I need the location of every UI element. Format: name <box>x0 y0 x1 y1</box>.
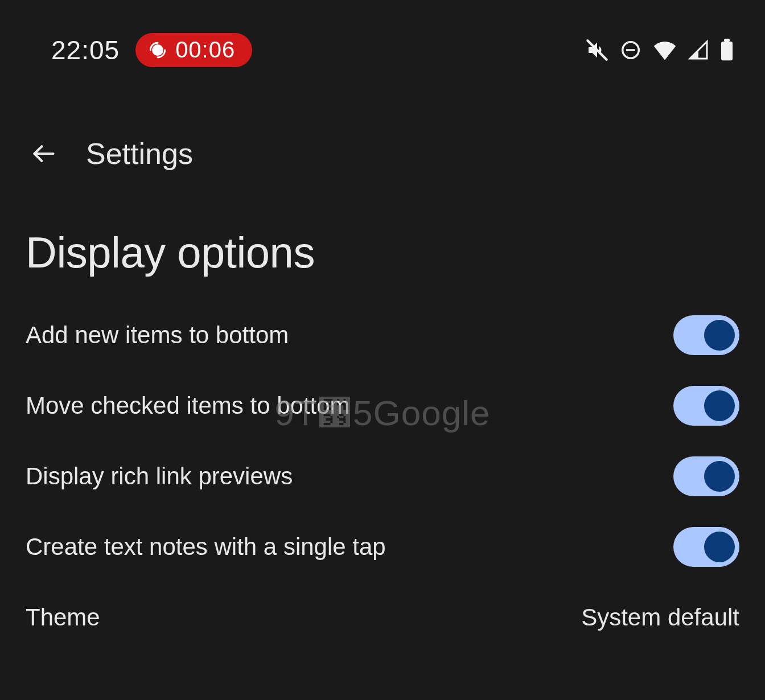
app-bar: Settings <box>0 68 765 171</box>
recording-pill[interactable]: 00:06 <box>135 33 252 67</box>
svg-rect-3 <box>724 39 730 42</box>
setting-move-checked-items-bottom[interactable]: Move checked items to bottom <box>26 370 739 441</box>
setting-create-text-notes-single-tap[interactable]: Create text notes with a single tap <box>26 512 739 582</box>
settings-list: Add new items to bottom Move checked ite… <box>0 277 765 653</box>
svg-rect-4 <box>721 42 733 60</box>
battery-icon <box>720 39 734 61</box>
signal-icon <box>688 40 709 60</box>
recording-time: 00:06 <box>175 37 235 63</box>
wifi-icon <box>653 40 677 60</box>
setting-theme[interactable]: Theme System default <box>26 582 739 653</box>
status-bar: 22:05 00:06 <box>0 0 765 68</box>
record-icon <box>148 40 167 60</box>
arrow-left-icon <box>31 140 56 167</box>
toggle-switch[interactable] <box>673 527 739 567</box>
status-left: 22:05 00:06 <box>51 33 252 67</box>
back-button[interactable] <box>31 141 56 166</box>
status-right <box>586 39 734 61</box>
toggle-switch[interactable] <box>673 315 739 355</box>
clock: 22:05 <box>51 35 120 65</box>
setting-value: System default <box>581 604 739 631</box>
setting-display-rich-link-previews[interactable]: Display rich link previews <box>26 441 739 512</box>
setting-label: Move checked items to bottom <box>26 392 350 419</box>
setting-label: Theme <box>26 604 100 631</box>
section-title: Display options <box>0 171 765 277</box>
setting-label: Add new items to bottom <box>26 322 289 349</box>
toggle-switch[interactable] <box>673 456 739 496</box>
toggle-switch[interactable] <box>673 386 739 426</box>
setting-label: Display rich link previews <box>26 463 293 490</box>
setting-add-new-items-bottom[interactable]: Add new items to bottom <box>26 300 739 370</box>
svg-point-0 <box>153 45 163 55</box>
mute-icon <box>586 39 608 61</box>
page-title: Settings <box>86 137 193 171</box>
dnd-icon <box>620 39 641 61</box>
setting-label: Create text notes with a single tap <box>26 533 386 561</box>
